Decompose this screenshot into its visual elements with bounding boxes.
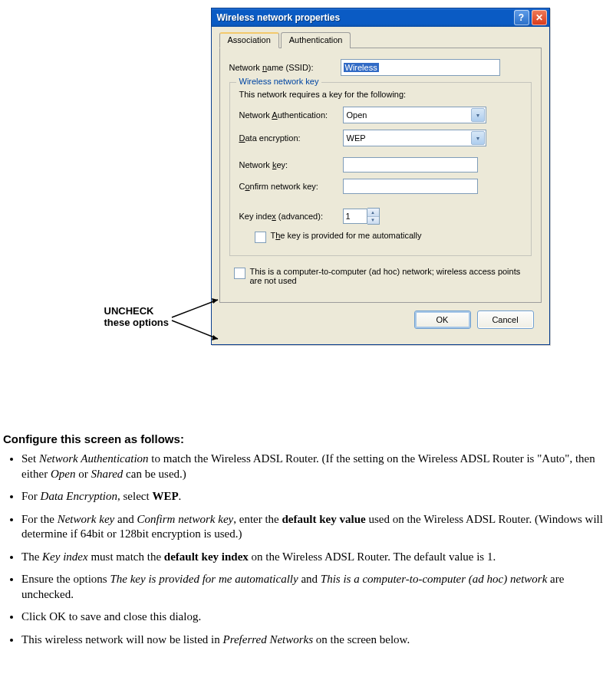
- spinner-buttons[interactable]: ▲ ▼: [367, 208, 380, 225]
- encryption-label: Data encryption:: [239, 133, 343, 143]
- confirm-key-input[interactable]: [343, 179, 478, 194]
- row-adhoc-checkbox[interactable]: This is a computer-to-computer (ad hoc) …: [234, 267, 532, 285]
- chevron-down-icon: ▾: [471, 131, 485, 145]
- uncheck-annotation: UNCHECK these options: [104, 306, 170, 329]
- tab-authentication[interactable]: Authentication: [281, 32, 351, 48]
- confirm-key-label: Confirm network key:: [239, 182, 343, 191]
- dialog-content: Association Authentication Network name …: [212, 27, 549, 344]
- auth-select[interactable]: Open ▾: [343, 107, 486, 123]
- annotation-arrows-icon: [172, 294, 226, 356]
- instructions-heading: Configure this screen as follows:: [3, 432, 613, 445]
- wireless-properties-dialog: Wireless network properties ? ✕ Associat…: [211, 8, 550, 345]
- spinner-down-icon[interactable]: ▼: [367, 217, 379, 225]
- row-key-index: Key index (advanced): 1 ▲ ▼: [239, 208, 522, 225]
- svg-marker-3: [212, 335, 218, 340]
- help-button[interactable]: ?: [514, 10, 529, 25]
- wireless-key-groupbox: Wireless network key This network requir…: [229, 82, 532, 256]
- key-index-spinner[interactable]: 1 ▲ ▼: [343, 208, 380, 225]
- spinner-up-icon[interactable]: ▲: [367, 209, 379, 217]
- row-auto-key-checkbox[interactable]: The key is provided for me automatically: [255, 231, 522, 243]
- titlebar[interactable]: Wireless network properties ? ✕: [212, 8, 549, 27]
- row-auth: Network Authentication: Open ▾: [239, 107, 522, 123]
- auth-label: Network Authentication:: [239, 110, 343, 120]
- encryption-value: WEP: [347, 133, 366, 143]
- groupbox-subtitle: This network requires a key for the foll…: [239, 90, 522, 99]
- groupbox-title: Wireless network key: [236, 77, 322, 86]
- list-item: Set Network Authentication to match the …: [21, 452, 613, 481]
- list-item: Ensure the options The key is provided f…: [21, 572, 613, 602]
- auto-key-label: The key is provided for me automatically: [271, 231, 522, 240]
- network-key-input[interactable]: [343, 157, 478, 172]
- row-network-key: Network key:: [239, 157, 522, 172]
- key-index-label: Key index (advanced):: [239, 212, 343, 221]
- titlebar-title: Wireless network properties: [217, 12, 512, 23]
- list-item: The Key index must match the default key…: [21, 550, 613, 565]
- tabstrip: Association Authentication: [219, 31, 542, 48]
- dialog-figure: Wireless network properties ? ✕ Associat…: [55, 3, 562, 422]
- list-item: This wireless network will now be listed…: [21, 632, 613, 648]
- auto-key-checkbox[interactable]: [255, 232, 266, 243]
- network-key-label: Network key:: [239, 160, 343, 169]
- list-item: For Data Encryption, select WEP.: [21, 489, 613, 504]
- auth-value: Open: [347, 110, 367, 120]
- cancel-button[interactable]: Cancel: [477, 310, 534, 329]
- dialog-footer: OK Cancel: [219, 303, 542, 337]
- svg-line-2: [172, 320, 218, 339]
- ssid-value: Wireless: [344, 63, 379, 72]
- ssid-label: Network name (SSID):: [229, 63, 341, 72]
- adhoc-label: This is a computer-to-computer (ad hoc) …: [250, 267, 532, 285]
- svg-marker-1: [212, 298, 218, 304]
- row-ssid: Network name (SSID): Wireless: [229, 59, 532, 76]
- chevron-down-icon: ▾: [471, 108, 485, 122]
- list-item: Click OK to save and close this dialog.: [21, 610, 613, 625]
- close-icon: ✕: [535, 12, 543, 23]
- encryption-select[interactable]: WEP ▾: [343, 130, 486, 146]
- tab-association[interactable]: Association: [219, 32, 279, 48]
- ok-button[interactable]: OK: [414, 310, 471, 329]
- key-index-value: 1: [343, 209, 367, 224]
- close-button[interactable]: ✕: [532, 10, 547, 25]
- ssid-input[interactable]: Wireless: [341, 59, 500, 76]
- svg-line-0: [172, 300, 218, 317]
- list-item: For the Network key and Confirm network …: [21, 512, 613, 542]
- row-confirm-key: Confirm network key:: [239, 179, 522, 194]
- tab-body: Network name (SSID): Wireless Wireless n…: [219, 48, 542, 303]
- row-encryption: Data encryption: WEP ▾: [239, 130, 522, 146]
- adhoc-checkbox[interactable]: [234, 268, 245, 279]
- instructions-list: Set Network Authentication to match the …: [3, 452, 613, 647]
